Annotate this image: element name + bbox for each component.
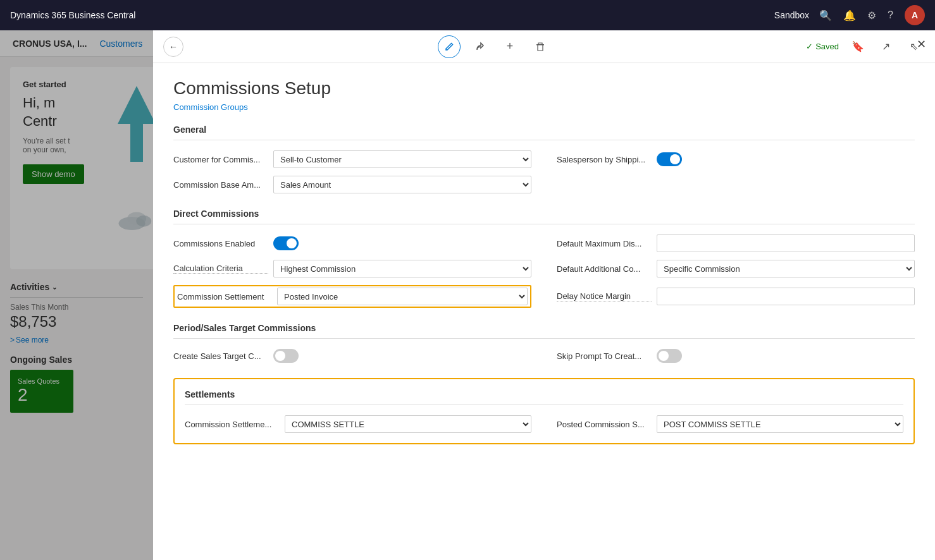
settlements-section: Settlements Commission Settleme... COMMI… xyxy=(173,378,915,444)
commission-settleme-label: Commission Settleme... xyxy=(185,420,280,429)
delay-notice-margin-label: Delay Notice Margin xyxy=(557,291,652,301)
calculation-criteria-row: Calculation Criteria Highest Commission … xyxy=(173,260,531,277)
customer-for-commiss-label: Customer for Commis... xyxy=(173,155,268,164)
calculation-criteria-select[interactable]: Highest Commission Lowest Commission Ave… xyxy=(273,260,531,277)
search-icon[interactable]: 🔍 xyxy=(819,9,832,21)
share-button[interactable] xyxy=(468,35,491,58)
bell-icon[interactable]: 🔔 xyxy=(843,9,856,21)
salesperson-toggle[interactable] xyxy=(657,152,682,166)
commissions-enabled-label: Commissions Enabled xyxy=(173,239,268,248)
dialog-content: Commissions Setup Commission Groups Gene… xyxy=(153,63,935,560)
help-icon[interactable]: ? xyxy=(888,9,893,21)
default-additional-co-select[interactable]: Specific Commission No Additional Commis… xyxy=(657,260,915,277)
commissions-enabled-toggle[interactable] xyxy=(273,236,299,250)
posted-commission-s-row: Posted Commission S... POST COMMISS SETT… xyxy=(557,415,903,433)
main-background: CRONUS USA, I... Customers Vendo... ↗ Ge… xyxy=(0,30,935,560)
dialog-panel: ← + ✓ xyxy=(153,30,935,560)
app-brand: Dynamics 365 Business Central xyxy=(10,10,135,20)
salesperson-label: Salesperson by Shippi... xyxy=(557,155,652,164)
commission-settlement-row: Commission Settlement Posted Invoice Shi… xyxy=(173,285,531,308)
period-sales-section: Period/Sales Target Commissions Create S… xyxy=(173,323,915,363)
user-avatar[interactable]: A xyxy=(905,5,925,25)
customer-for-commiss-select[interactable]: Sell-to Customer Bill-to Customer Ship-t… xyxy=(273,150,531,168)
skip-prompt-label: Skip Prompt To Creat... xyxy=(557,351,652,361)
edit-button[interactable] xyxy=(438,35,461,58)
default-max-dis-row: Default Maximum Dis... 0 xyxy=(557,234,915,252)
commission-base-label: Commission Base Am... xyxy=(173,180,268,190)
general-section: General Customer for Commis... Sell-to C… xyxy=(173,125,915,193)
default-additional-co-label: Default Additional Co... xyxy=(557,264,652,274)
direct-commissions-section: Direct Commissions Commissions Enabled D… xyxy=(173,209,915,308)
commission-base-select[interactable]: Sales Amount Profit Amount Item Amount xyxy=(273,176,531,193)
add-button[interactable]: + xyxy=(498,35,521,58)
direct-commissions-grid: Commissions Enabled Default Maximum Dis.… xyxy=(173,234,915,308)
open-new-button[interactable]: ↗ xyxy=(874,35,897,58)
bookmark-button[interactable]: 🔖 xyxy=(846,35,869,58)
default-max-dis-input[interactable]: 0 xyxy=(657,234,915,252)
sandbox-label: Sandbox xyxy=(774,10,809,20)
saved-status: ✓ Saved xyxy=(806,42,839,51)
breadcrumb[interactable]: Commission Groups xyxy=(173,102,915,112)
delay-notice-margin-input[interactable]: 2D xyxy=(657,288,915,305)
general-section-header: General xyxy=(173,125,915,140)
dialog-close-button[interactable]: ✕ xyxy=(912,35,930,53)
general-form-grid: Customer for Commis... Sell-to Customer … xyxy=(173,150,915,193)
dialog-toolbar: ← + ✓ xyxy=(153,30,935,63)
topbar-icons: 🔍 🔔 ⚙ ? A xyxy=(819,5,925,25)
delete-button[interactable] xyxy=(529,35,552,58)
customer-for-commiss-row: Customer for Commis... Sell-to Customer … xyxy=(173,150,531,168)
skip-prompt-row: Skip Prompt To Creat... xyxy=(557,349,915,363)
settlements-header: Settlements xyxy=(185,389,903,405)
settings-icon[interactable]: ⚙ xyxy=(867,9,876,21)
direct-commissions-header: Direct Commissions xyxy=(173,209,915,224)
create-sales-target-row: Create Sales Target C... xyxy=(173,349,531,363)
posted-commission-s-select[interactable]: POST COMMISS SETTLE xyxy=(657,415,903,433)
default-additional-co-row: Default Additional Co... Specific Commis… xyxy=(557,260,915,277)
commission-settlement-select[interactable]: Posted Invoice Shipped Ordered xyxy=(277,288,528,305)
commission-settlement-label: Commission Settlement xyxy=(177,292,272,301)
commission-settleme-select[interactable]: COMMISS SETTLE xyxy=(285,415,531,433)
topbar: Dynamics 365 Business Central Sandbox 🔍 … xyxy=(0,0,935,30)
period-sales-header: Period/Sales Target Commissions xyxy=(173,323,915,339)
back-button[interactable]: ← xyxy=(163,37,183,57)
dialog-title: Commissions Setup xyxy=(173,78,915,99)
skip-prompt-toggle[interactable] xyxy=(657,349,682,363)
salesperson-by-shippi-row: Salesperson by Shippi... xyxy=(557,150,915,168)
create-sales-target-toggle[interactable] xyxy=(273,349,299,363)
commission-base-am-row: Commission Base Am... Sales Amount Profi… xyxy=(173,176,531,193)
calculation-criteria-label: Calculation Criteria xyxy=(173,264,268,274)
period-sales-grid: Create Sales Target C... Skip Prompt To … xyxy=(173,349,915,363)
create-sales-target-label: Create Sales Target C... xyxy=(173,351,268,361)
commission-settleme-row: Commission Settleme... COMMISS SETTLE xyxy=(185,415,531,433)
default-max-dis-label: Default Maximum Dis... xyxy=(557,239,652,248)
settlements-grid: Commission Settleme... COMMISS SETTLE Po… xyxy=(185,415,903,433)
posted-commission-s-label: Posted Commission S... xyxy=(557,420,652,429)
commissions-enabled-row: Commissions Enabled xyxy=(173,234,531,252)
delay-notice-margin-row: Delay Notice Margin 2D xyxy=(557,285,915,308)
